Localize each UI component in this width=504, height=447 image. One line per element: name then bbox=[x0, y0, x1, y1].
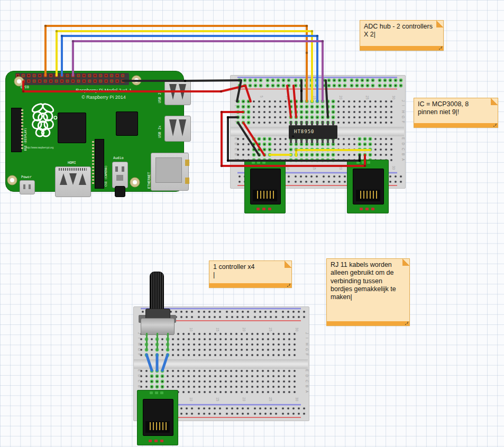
rj11-contact bbox=[156, 422, 157, 430]
note-fold-corner bbox=[285, 261, 291, 268]
note-text[interactable]: 1 controller x4 | bbox=[213, 263, 283, 280]
rj11-contact bbox=[273, 191, 274, 199]
rj11-pad-red bbox=[256, 208, 260, 210]
gpio-label: GPIO bbox=[21, 86, 29, 89]
usb-top-label: USB 2x bbox=[158, 83, 162, 103]
power-label: Power bbox=[21, 175, 32, 179]
note-resize-bar[interactable] bbox=[209, 283, 291, 287]
note-resize-bar[interactable] bbox=[360, 46, 443, 50]
fritzing-canvas: GPIO Raspberry Pi Model 2 v1.1 © Raspber… bbox=[0, 0, 504, 447]
note-text[interactable]: RJ 11 kabels worden alleen gebruikt om d… bbox=[331, 261, 401, 301]
rj11-module[interactable] bbox=[244, 160, 286, 213]
rj11-contact bbox=[260, 191, 261, 199]
breadboard-bottom-channel bbox=[134, 359, 308, 369]
note-resize-grip[interactable] bbox=[493, 124, 497, 127]
ram-chip bbox=[116, 111, 138, 136]
note-adc-hub[interactable]: ADC hub - 2 controllers X 2| bbox=[360, 20, 444, 51]
rj11-contact bbox=[363, 191, 364, 199]
rj11-pad-red bbox=[154, 440, 158, 442]
rj11-contact bbox=[263, 191, 264, 199]
audio-jack bbox=[112, 162, 128, 188]
rj11-pad-red bbox=[149, 440, 152, 442]
power-micro-usb bbox=[20, 180, 35, 194]
rj11-pad-red bbox=[160, 440, 163, 442]
rj11-pad-green bbox=[367, 161, 370, 164]
rj11-module[interactable] bbox=[347, 160, 389, 213]
rj11-contact bbox=[162, 422, 163, 430]
note-resize-grip[interactable] bbox=[287, 284, 290, 287]
potentiometer-leg bbox=[157, 333, 158, 351]
pi-url: http://www.raspberrypi.org bbox=[26, 146, 53, 149]
pi-copyright: © Raspberry Pi 2014 bbox=[59, 95, 149, 100]
raspberry-logo bbox=[28, 102, 58, 140]
rj11-contact bbox=[370, 191, 371, 199]
rj11-pad-red bbox=[268, 208, 271, 210]
rj11-pad-green bbox=[150, 392, 153, 394]
rj11-pad-red bbox=[365, 208, 369, 210]
potentiometer-leg bbox=[146, 333, 148, 351]
rj11-contact bbox=[366, 191, 368, 199]
rj11-module[interactable] bbox=[137, 390, 178, 445]
ethernet-port bbox=[151, 153, 189, 191]
rj11-contact bbox=[376, 191, 377, 199]
rj11-contact bbox=[270, 191, 271, 199]
note-resize-bar[interactable] bbox=[327, 321, 409, 325]
audio-label: Audio bbox=[113, 156, 124, 160]
note-text[interactable]: IC = MCP3008, 8 pinnen niet 9|! bbox=[418, 100, 489, 117]
csi-connector bbox=[95, 139, 104, 189]
usb-port-top bbox=[164, 81, 191, 105]
dsi-pins bbox=[21, 109, 23, 150]
ic-chip[interactable]: HT8950 bbox=[289, 121, 337, 143]
note-resize-bar[interactable] bbox=[414, 123, 498, 127]
rj11-contact bbox=[373, 191, 374, 199]
csi-label: CSI (CAMERA) bbox=[105, 141, 108, 187]
note-fold-corner bbox=[402, 259, 409, 266]
note-text[interactable]: ADC hub - 2 controllers X 2| bbox=[364, 23, 435, 39]
hdmi-port bbox=[55, 166, 91, 197]
rj11-pad-red bbox=[360, 208, 363, 210]
hdmi-label: HDMI bbox=[68, 161, 76, 165]
csi-pins bbox=[92, 141, 94, 185]
potentiometer-leg bbox=[167, 333, 169, 351]
rj11-contact bbox=[150, 422, 151, 430]
dsi-connector bbox=[11, 108, 22, 152]
raspberry-pi-board[interactable]: GPIO Raspberry Pi Model 2 v1.1 © Raspber… bbox=[5, 71, 184, 192]
ic-pin1-marker bbox=[292, 135, 294, 137]
rj11-contact bbox=[159, 422, 160, 430]
rj11-pad-red bbox=[262, 208, 265, 210]
ic-pins-bottom bbox=[290, 138, 336, 143]
soc-chip bbox=[58, 113, 86, 143]
rj11-pad-green bbox=[160, 392, 163, 394]
rj11-pad-red bbox=[371, 208, 374, 210]
ic-part-number: HT8950 bbox=[294, 129, 315, 134]
note-resize-grip[interactable] bbox=[438, 46, 442, 50]
note-fold-corner bbox=[491, 98, 498, 105]
usb-port-bottom bbox=[164, 116, 191, 142]
dsi-label: DSI (DISPLAY) bbox=[24, 109, 28, 151]
rj11-contact bbox=[267, 191, 268, 199]
note-1-controller[interactable]: 1 controller x4 | bbox=[209, 260, 292, 288]
potentiometer-shaft[interactable] bbox=[150, 272, 164, 314]
note-fold-corner bbox=[436, 21, 443, 27]
rj11-contact bbox=[166, 422, 167, 430]
usb-bottom-label: USB 2x bbox=[158, 118, 162, 138]
note-resize-grip[interactable] bbox=[405, 322, 408, 325]
note-rj11-kabels[interactable]: RJ 11 kabels worden alleen gebruikt om d… bbox=[326, 258, 410, 326]
note-ic-mcp3008[interactable]: IC = MCP3008, 8 pinnen niet 9|! bbox=[414, 98, 498, 128]
audio-barrel bbox=[115, 186, 125, 197]
rj11-contact bbox=[153, 422, 154, 430]
wire-gnd-pi-to-rail[interactable] bbox=[123, 80, 241, 81]
rj11-pad-green bbox=[155, 392, 158, 394]
rj11-contact bbox=[360, 191, 361, 199]
rj11-contact bbox=[257, 191, 258, 199]
